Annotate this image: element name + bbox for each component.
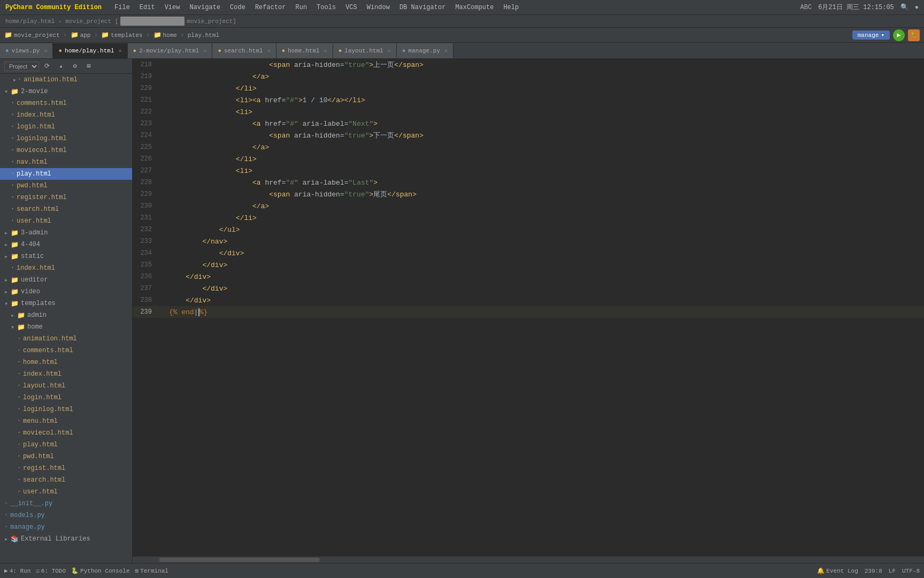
- tree-th-user[interactable]: ⬝ user.html: [0, 486, 132, 498]
- tree-2movie-moviecol-label: moviecol.html: [17, 147, 67, 154]
- gutter-236: [158, 271, 167, 283]
- tree-th-search[interactable]: ⬝ search.html: [0, 474, 132, 486]
- h-scrollbar[interactable]: [133, 557, 924, 563]
- tree-2movie-index[interactable]: ⬝ index.html: [0, 109, 132, 121]
- tab-home-play-close[interactable]: ✕: [118, 48, 121, 54]
- python-console-status[interactable]: 🐍 Python Console: [71, 567, 129, 574]
- tree-templates-admin[interactable]: ▸ 📁 admin: [0, 309, 132, 321]
- menu-file[interactable]: File: [114, 4, 130, 11]
- html-icon: ⬝: [17, 453, 21, 460]
- menu-tools[interactable]: Tools: [317, 4, 336, 11]
- tree-2movie-play[interactable]: ⬝ play.html: [0, 168, 132, 180]
- menu-navigate[interactable]: Navigate: [189, 4, 220, 11]
- tab-2movie-play-html[interactable]: ● 2-movie/play.html ✕: [128, 43, 213, 58]
- menu-maxcompute[interactable]: MaxCompute: [455, 4, 494, 11]
- tab-views-py-close[interactable]: ✕: [44, 48, 47, 54]
- tree-folder-static[interactable]: ▸ 📁 static: [0, 250, 132, 262]
- tab-layout-close[interactable]: ✕: [388, 48, 391, 54]
- sidebar-expand-btn[interactable]: ⊞: [83, 60, 95, 72]
- breadcrumb-home[interactable]: 📁 home: [153, 31, 177, 39]
- tree-init-py[interactable]: ⬝ __init__.py: [0, 498, 132, 509]
- tree-2movie-pwd[interactable]: ⬝ pwd.html: [0, 180, 132, 192]
- tab-home-html[interactable]: ● home.html ✕: [276, 43, 333, 58]
- tree-2movie-user[interactable]: ⬝ user.html: [0, 215, 132, 227]
- menu-help[interactable]: Help: [503, 4, 519, 11]
- tab-layout-html[interactable]: ● layout.html ✕: [333, 43, 397, 58]
- manage-button[interactable]: manage ▾: [852, 31, 890, 40]
- breadcrumb-project[interactable]: 📁 movie_project: [4, 31, 60, 39]
- tree-static-index[interactable]: ⬝ index.html: [0, 262, 132, 274]
- run-status[interactable]: ▶ 4: Run: [4, 567, 30, 574]
- tree-th-layout[interactable]: ⬝ layout.html: [0, 380, 132, 392]
- tree-folder-video[interactable]: ▸ 📁 video: [0, 286, 132, 298]
- menu-refactor[interactable]: Refactor: [255, 4, 286, 11]
- tree-2movie-register[interactable]: ⬝ register.html: [0, 192, 132, 203]
- code-230: </a>: [167, 200, 924, 212]
- html-icon: ⬝: [11, 217, 14, 225]
- tree-external-libraries[interactable]: ▸ 📚 External Libraries: [0, 533, 132, 545]
- tab-manage-py-close[interactable]: ✕: [444, 48, 448, 54]
- breadcrumb-app[interactable]: 📁 app: [71, 31, 91, 39]
- event-log[interactable]: 🔔 Event Log: [817, 567, 858, 574]
- tree-folder-ueditor[interactable]: ▸ 📁 ueditor: [0, 274, 132, 286]
- arrow-static: ▸: [4, 253, 11, 261]
- menu-code[interactable]: Code: [230, 4, 245, 11]
- tree-th-login[interactable]: ⬝ login.html: [0, 392, 132, 404]
- breadcrumb-templates[interactable]: 📁 templates: [101, 31, 142, 39]
- tree-folder-2movie[interactable]: ▾ 📁 2-movie: [0, 86, 132, 97]
- menu-run[interactable]: Run: [296, 4, 307, 11]
- menu-edit[interactable]: Edit: [140, 4, 155, 11]
- todo-status[interactable]: ☑ 6: TODO: [36, 567, 66, 574]
- debug-button[interactable]: 🐛: [908, 29, 920, 41]
- tab-search-close[interactable]: ✕: [267, 48, 271, 54]
- tree-th-menu[interactable]: ⬝ menu.html: [0, 415, 132, 427]
- sidebar-settings-btn[interactable]: ⚙: [69, 60, 81, 72]
- tree-th-moviecol[interactable]: ⬝ moviecol.html: [0, 427, 132, 439]
- tree-th-loginlog[interactable]: ⬝ loginlog.html: [0, 404, 132, 415]
- search-icon[interactable]: 🔍: [900, 3, 908, 11]
- tree-2movie-comments[interactable]: ⬝ comments.html: [0, 97, 132, 109]
- sidebar-collapse-btn[interactable]: ▴: [55, 60, 67, 72]
- menu-dbnavigator[interactable]: DB Navigator: [399, 4, 445, 11]
- menu-view[interactable]: View: [165, 4, 180, 11]
- tree-2movie-loginlog[interactable]: ⬝ loginlog.html: [0, 133, 132, 144]
- menu-window[interactable]: Window: [367, 4, 390, 11]
- tab-views-py[interactable]: ● views.py ✕: [0, 43, 53, 58]
- tree-folder-3admin[interactable]: ▸ 📁 3-admin: [0, 227, 132, 239]
- tree-th-pwd[interactable]: ⬝ pwd.html: [0, 451, 132, 462]
- tab-views-py-icon: ●: [5, 48, 9, 54]
- tab-home-html-close[interactable]: ✕: [324, 48, 327, 54]
- tree-models-py[interactable]: ⬝ models.py: [0, 509, 132, 521]
- tree-folder-404[interactable]: ▸ 📁 4-404: [0, 239, 132, 250]
- sidebar-sync-btn[interactable]: ⟳: [41, 60, 53, 72]
- status-bar-left: ▶ 4: Run ☑ 6: TODO 🐍 Python Console ⊞ Te…: [4, 567, 168, 574]
- tree-404-label: 4-404: [21, 241, 40, 248]
- tree-2movie-login[interactable]: ⬝ login.html: [0, 121, 132, 133]
- tree-templates-home[interactable]: ▾ 📁 home: [0, 321, 132, 333]
- run-button[interactable]: ▶: [893, 29, 905, 41]
- tab-manage-py[interactable]: ● manage.py ✕: [397, 43, 453, 58]
- h-scrollbar-thumb[interactable]: [159, 558, 320, 562]
- tree-2movie-moviecol[interactable]: ⬝ moviecol.html: [0, 144, 132, 156]
- tree-folder-templates[interactable]: ▾ 📁 templates: [0, 298, 132, 309]
- tree-th-regist[interactable]: ⬝ regist.html: [0, 462, 132, 474]
- project-selector[interactable]: Project: [4, 62, 39, 71]
- tree-item-animation[interactable]: ▸ ⬝ animation.html: [0, 74, 132, 86]
- tree-th-home[interactable]: ⬝ home.html: [0, 356, 132, 368]
- tree-2movie-nav[interactable]: ⬝ nav.html: [0, 156, 132, 168]
- tree-2movie-search[interactable]: ⬝ search.html: [0, 203, 132, 215]
- breadcrumb-templates-label: templates: [111, 32, 142, 39]
- tab-2movie-close[interactable]: ✕: [203, 48, 206, 54]
- code-content[interactable]: 218 <span aria-hidden="true">上一页</span> …: [133, 59, 924, 557]
- terminal-status[interactable]: ⊞ Terminal: [135, 567, 168, 574]
- breadcrumb-file[interactable]: play.html: [188, 32, 219, 39]
- tab-search-html[interactable]: ● search.html ✕: [212, 43, 276, 58]
- menu-vcs[interactable]: VCS: [345, 4, 357, 11]
- tree-manage-py[interactable]: ⬝ manage.py: [0, 521, 132, 533]
- tree-th-comments[interactable]: ⬝ comments.html: [0, 345, 132, 356]
- tree-th-play[interactable]: ⬝ play.html: [0, 439, 132, 451]
- tree-th-index[interactable]: ⬝ index.html: [0, 368, 132, 380]
- tab-home-play-html[interactable]: ● home/play.html ✕: [53, 43, 127, 58]
- tree-th-animation[interactable]: ⬝ animation.html: [0, 333, 132, 345]
- ln-225: 225: [133, 141, 158, 153]
